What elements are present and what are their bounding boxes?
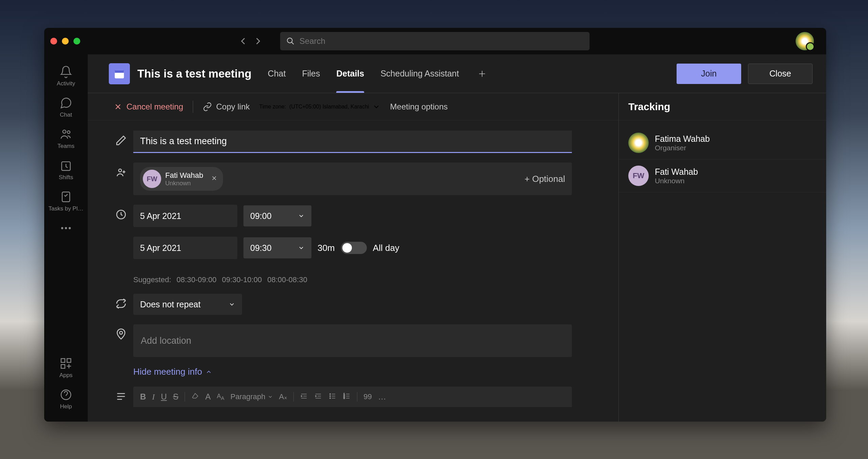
- tracking-item-organiser[interactable]: Fatima Wahab Organiser: [619, 126, 826, 159]
- tab-details[interactable]: Details: [329, 54, 371, 93]
- svg-point-5: [61, 227, 63, 229]
- rail-teams[interactable]: Teams: [44, 123, 88, 154]
- close-button[interactable]: Close: [748, 64, 813, 84]
- repeat-icon: [109, 294, 133, 309]
- description-icon: [109, 387, 133, 402]
- rail-shifts[interactable]: Shifts: [44, 154, 88, 186]
- tracking-role: Unknown: [655, 177, 698, 185]
- suggested-time-1[interactable]: 09:30-10:00: [222, 275, 262, 284]
- tz-value: (UTC+05:00) Islamabad, Karachi: [289, 104, 369, 110]
- meeting-options-label: Meeting options: [390, 102, 447, 112]
- hide-meeting-info-button[interactable]: Hide meeting info: [133, 367, 598, 377]
- rail-label: Shifts: [59, 174, 73, 181]
- forward-button[interactable]: [252, 35, 264, 47]
- back-button[interactable]: [237, 35, 249, 47]
- tracking-header: Tracking: [619, 93, 826, 120]
- cancel-meeting-button[interactable]: Cancel meeting: [114, 102, 183, 112]
- people-icon: [109, 163, 133, 178]
- recurrence-select[interactable]: Does not repeat: [133, 294, 242, 315]
- rail-label: Chat: [60, 112, 72, 118]
- chevron-down-icon: [372, 103, 380, 111]
- meeting-header: This is a test meeting Chat Files Detail…: [88, 54, 826, 93]
- titlebar: [44, 28, 826, 54]
- chat-icon: [59, 97, 72, 109]
- location-input[interactable]: [133, 324, 572, 357]
- clear-format-button[interactable]: Aₓ: [279, 392, 288, 401]
- bullet-list-button[interactable]: [328, 392, 337, 402]
- more-format-button[interactable]: …: [378, 392, 386, 402]
- attendees-input[interactable]: FW Fati Wahab Unknown: [133, 163, 572, 195]
- rail-label: Teams: [57, 143, 74, 150]
- rail-more[interactable]: [44, 217, 88, 239]
- tracking-item-attendee[interactable]: FW Fati Wahab Unknown: [619, 159, 826, 192]
- copy-link-button[interactable]: Copy link: [203, 102, 250, 112]
- teams-icon: [59, 128, 72, 141]
- suggested-label: Suggested:: [133, 275, 171, 284]
- search-input[interactable]: [300, 36, 583, 46]
- underline-button[interactable]: U: [161, 392, 167, 402]
- number-list-button[interactable]: 123: [343, 392, 351, 402]
- editor-toolbar: B I U S A AA Paragraph Aₓ: [133, 387, 572, 407]
- apps-icon: [59, 357, 72, 370]
- help-icon: [59, 388, 72, 401]
- form-area: FW Fati Wahab Unknown: [88, 120, 618, 422]
- end-time-select[interactable]: 09:30: [243, 237, 311, 258]
- tabs: Chat Files Details Scheduling Assistant: [261, 54, 489, 93]
- quote-button[interactable]: 99: [363, 392, 372, 401]
- allday-toggle[interactable]: [341, 242, 367, 254]
- add-tab-button[interactable]: [475, 67, 489, 81]
- attendee-name: Fati Wahab: [165, 171, 203, 180]
- join-button[interactable]: Join: [677, 64, 741, 84]
- rail-chat[interactable]: Chat: [44, 92, 88, 123]
- meeting-title-input[interactable]: [133, 131, 572, 153]
- tracking-list: Fatima Wahab Organiser FW Fati Wahab Unk…: [619, 120, 826, 199]
- italic-button[interactable]: I: [152, 392, 155, 402]
- svg-point-17: [330, 394, 331, 395]
- location-icon: [109, 324, 133, 340]
- svg-rect-4: [62, 192, 70, 202]
- suggested-time-2[interactable]: 08:00-08:30: [267, 275, 307, 284]
- paragraph-select[interactable]: Paragraph: [231, 392, 273, 401]
- hide-info-label: Hide meeting info: [133, 367, 202, 377]
- recurrence-value: Does not repeat: [140, 300, 201, 309]
- header-actions: Join Close: [677, 64, 813, 84]
- optional-attendees-button[interactable]: + Optional: [525, 174, 565, 184]
- rail-label: Activity: [57, 80, 75, 87]
- suggested-time-0[interactable]: 08:30-09:00: [176, 275, 216, 284]
- svg-point-0: [287, 38, 292, 43]
- rail-label: Apps: [59, 372, 73, 379]
- end-date-input[interactable]: [133, 237, 237, 259]
- left-rail: Activity Chat Teams Shifts Tasks by Pl…: [44, 54, 88, 422]
- rail-label: Help: [60, 403, 72, 410]
- tab-files[interactable]: Files: [295, 54, 327, 93]
- rail-activity[interactable]: Activity: [44, 61, 88, 92]
- tab-scheduling-assistant[interactable]: Scheduling Assistant: [374, 54, 466, 93]
- start-date-input[interactable]: [133, 205, 237, 227]
- tracking-role: Organiser: [655, 144, 710, 152]
- highlight-button[interactable]: [191, 392, 199, 402]
- rail-label: Tasks by Pl…: [49, 205, 84, 212]
- font-color-button[interactable]: A: [205, 392, 211, 402]
- strike-button[interactable]: S: [173, 392, 178, 402]
- copy-link-label: Copy link: [216, 102, 250, 112]
- maximize-window-button[interactable]: [73, 38, 80, 45]
- profile-avatar[interactable]: [796, 32, 814, 50]
- timezone-selector[interactable]: Time zone: (UTC+05:00) Islamabad, Karach…: [259, 103, 380, 111]
- rail-apps[interactable]: Apps: [44, 352, 88, 384]
- indent-increase-button[interactable]: [314, 392, 322, 402]
- minimize-window-button[interactable]: [62, 38, 69, 45]
- chevron-up-icon: [205, 369, 212, 375]
- search-bar[interactable]: [280, 32, 590, 50]
- tab-chat[interactable]: Chat: [261, 54, 293, 93]
- rail-help[interactable]: Help: [44, 384, 88, 415]
- close-window-button[interactable]: [50, 38, 57, 45]
- indent-decrease-button[interactable]: [300, 392, 308, 402]
- meeting-options-button[interactable]: Meeting options: [390, 102, 447, 112]
- rail-tasks[interactable]: Tasks by Pl…: [44, 186, 88, 217]
- font-size-button[interactable]: AA: [217, 393, 224, 401]
- svg-point-6: [65, 227, 67, 229]
- avatar: FW: [628, 166, 649, 186]
- remove-attendee-button[interactable]: [211, 175, 218, 183]
- bold-button[interactable]: B: [140, 392, 146, 402]
- start-time-select[interactable]: 09:00: [243, 205, 311, 226]
